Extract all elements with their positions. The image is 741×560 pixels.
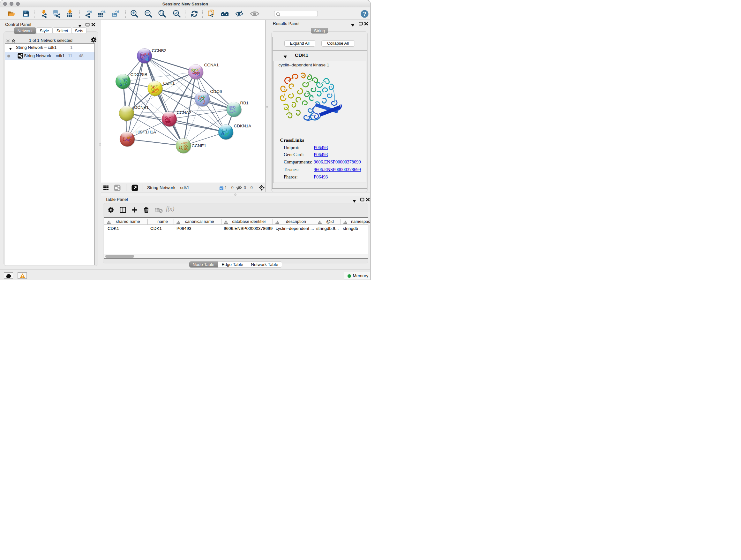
svg-text:CCNB1: CCNB1 [134, 105, 149, 110]
svg-text:CCNA2: CCNA2 [177, 110, 192, 115]
svg-text:HIST1H1A: HIST1H1A [136, 130, 156, 134]
svg-text:RB1: RB1 [240, 101, 249, 105]
svg-text:CDK1: CDK1 [163, 81, 175, 85]
svg-text:CDC25B: CDC25B [131, 72, 147, 77]
svg-text:CCNB2: CCNB2 [152, 48, 166, 53]
svg-text:CDC6: CDC6 [210, 89, 222, 94]
svg-text:CCNE1: CCNE1 [192, 143, 206, 148]
svg-text:CDKN1A: CDKN1A [234, 124, 252, 128]
svg-text:CCNA1: CCNA1 [204, 63, 219, 67]
svg-text:?: ? [363, 11, 366, 17]
